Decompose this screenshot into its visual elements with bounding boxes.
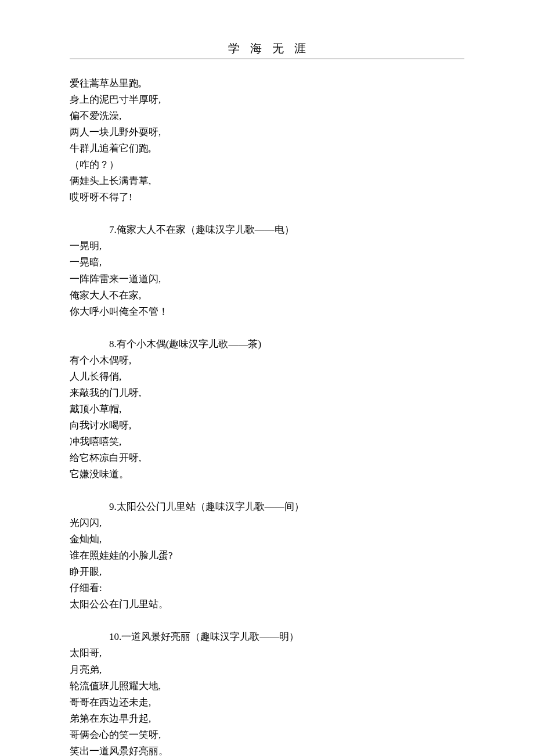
poem-line: 睁开眼,	[70, 564, 464, 580]
poem-line: 太阳哥,	[70, 645, 464, 661]
spacer	[70, 320, 464, 336]
intro-line: 俩娃头上长满青草,	[70, 173, 464, 189]
poem-line: 俺家大人不在家,	[70, 287, 464, 304]
poem-line: 哥哥在西边还未走,	[70, 694, 464, 711]
poem-line: 戴顶小草帽,	[70, 401, 464, 417]
page-header: 学海无涯	[70, 41, 464, 56]
poem-line: 一晃明,	[70, 238, 464, 254]
poem-line: 一阵阵雷来一道道闪,	[70, 271, 464, 287]
poem-line: 人儿长得俏,	[70, 369, 464, 385]
section-title: 10.一道风景好亮丽（趣味汉字儿歌——明）	[70, 629, 464, 645]
intro-block: 爱往蒿草丛里跑, 身上的泥巴寸半厚呀, 偏不爱洗澡, 两人一块儿野外耍呀, 牛群…	[70, 75, 464, 206]
section-8: 8.有个小木偶(趣味汉字儿歌——茶) 有个小木偶呀, 人儿长得俏, 来敲我的门儿…	[70, 336, 464, 483]
poem-line: 你大呼小叫俺全不管！	[70, 304, 464, 320]
intro-line: 偏不爱洗澡,	[70, 108, 464, 124]
intro-line: 牛群儿追着它们跑,	[70, 141, 464, 157]
header-title: 学海无涯	[228, 42, 316, 55]
intro-line: 哎呀呀不得了!	[70, 189, 464, 206]
poem-line: 谁在照娃娃的小脸儿蛋?	[70, 548, 464, 564]
poem-line: 月亮弟,	[70, 662, 464, 678]
poem-line: 轮流值班儿照耀大地,	[70, 678, 464, 694]
poem-line: 它嫌没味道。	[70, 466, 464, 483]
poem-line: 弟第在东边早升起,	[70, 711, 464, 727]
section-7: 7.俺家大人不在家（趣味汉字儿歌——电） 一晃明, 一晃暗, 一阵阵雷来一道道闪…	[70, 222, 464, 319]
poem-line: 给它杯凉白开呀,	[70, 450, 464, 466]
header-divider	[70, 59, 464, 59]
section-title: 8.有个小木偶(趣味汉字儿歌——茶)	[70, 336, 464, 352]
intro-line: 身上的泥巴寸半厚呀,	[70, 92, 464, 108]
poem-line: 来敲我的门儿呀,	[70, 385, 464, 401]
poem-line: 光闪闪,	[70, 515, 464, 531]
poem-line: 向我讨水喝呀,	[70, 417, 464, 434]
section-title: 7.俺家大人不在家（趣味汉字儿歌——电）	[70, 222, 464, 238]
poem-line: 冲我嘻嘻笑,	[70, 434, 464, 450]
intro-line: 两人一块儿野外耍呀,	[70, 124, 464, 141]
poem-line: 金灿灿,	[70, 531, 464, 548]
poem-line: 哥俩会心的笑一笑呀,	[70, 727, 464, 743]
poem-line: 有个小木偶呀,	[70, 352, 464, 369]
spacer	[70, 483, 464, 499]
poem-line: 笑出一道风景好亮丽。	[70, 743, 464, 756]
poem-line: 一晃暗,	[70, 254, 464, 271]
section-10: 10.一道风景好亮丽（趣味汉字儿歌——明） 太阳哥, 月亮弟, 轮流值班儿照耀大…	[70, 629, 464, 756]
section-title: 9.太阳公公门儿里站（趣味汉字儿歌——间）	[70, 499, 464, 515]
section-9: 9.太阳公公门儿里站（趣味汉字儿歌——间） 光闪闪, 金灿灿, 谁在照娃娃的小脸…	[70, 499, 464, 613]
poem-line: 太阳公公在门儿里站。	[70, 596, 464, 613]
intro-line: （咋的？）	[70, 157, 464, 173]
intro-line: 爱往蒿草丛里跑,	[70, 75, 464, 92]
spacer	[70, 613, 464, 629]
poem-line: 仔细看:	[70, 580, 464, 596]
spacer	[70, 206, 464, 222]
